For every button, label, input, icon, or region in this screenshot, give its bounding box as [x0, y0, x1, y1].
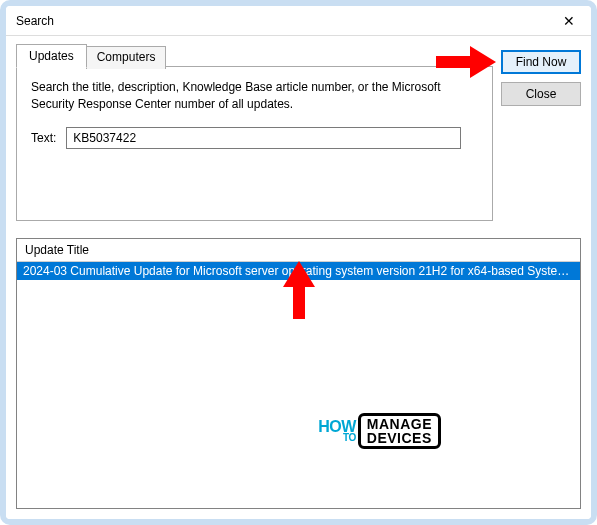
results-panel: Update Title 2024-03 Cumulative Update f…: [16, 238, 581, 509]
search-text-input[interactable]: [66, 127, 461, 149]
results-header[interactable]: Update Title: [17, 239, 580, 262]
close-icon: ✕: [563, 13, 575, 29]
tab-computers-label: Computers: [97, 50, 156, 64]
titlebar: Search ✕: [6, 6, 591, 36]
result-row[interactable]: 2024-03 Cumulative Update for Microsoft …: [17, 262, 580, 280]
text-row: Text:: [31, 127, 478, 149]
tab-body: Search the title, description, Knowledge…: [16, 66, 493, 221]
instruction-text: Search the title, description, Knowledge…: [31, 79, 478, 113]
tab-strip: Updates Computers: [16, 44, 493, 67]
top-area: Updates Computers Search the title, desc…: [16, 44, 581, 222]
text-label: Text:: [31, 131, 56, 145]
tab-updates[interactable]: Updates: [16, 44, 87, 68]
content-area: Updates Computers Search the title, desc…: [6, 36, 591, 519]
find-now-label: Find Now: [516, 55, 567, 69]
search-dialog: Search ✕ Updates Computers Search the ti…: [6, 6, 591, 519]
result-row-text: 2024-03 Cumulative Update for Microsoft …: [23, 264, 577, 278]
results-list: 2024-03 Cumulative Update for Microsoft …: [17, 262, 580, 508]
close-button[interactable]: Close: [501, 82, 581, 106]
close-label: Close: [526, 87, 557, 101]
side-buttons: Find Now Close: [501, 44, 581, 222]
window-title: Search: [16, 14, 54, 28]
tab-panel: Updates Computers Search the title, desc…: [16, 44, 493, 222]
tab-computers[interactable]: Computers: [86, 46, 167, 69]
tab-updates-label: Updates: [29, 49, 74, 63]
window-close-button[interactable]: ✕: [546, 6, 591, 36]
find-now-button[interactable]: Find Now: [501, 50, 581, 74]
